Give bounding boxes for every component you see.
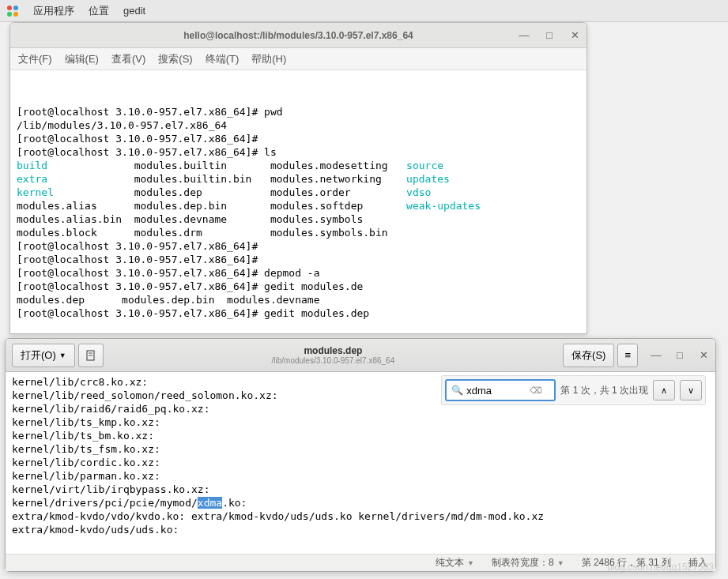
terminal-menu-search[interactable]: 搜索(S) [158, 52, 192, 66]
svg-point-0 [7, 6, 12, 10]
status-tabwidth[interactable]: 制表符宽度：8 ▼ [492, 556, 564, 570]
svg-point-1 [13, 6, 18, 10]
menu-places[interactable]: 位置 [89, 4, 109, 18]
save-button[interactable]: 保存(S) [563, 344, 614, 367]
menu-applications[interactable]: 应用程序 [33, 4, 74, 18]
search-prev-button[interactable]: ∧ [653, 380, 675, 400]
minimize-button[interactable]: — [519, 30, 530, 41]
chevron-down-icon: ∨ [688, 385, 694, 396]
search-status: 第 1 次，共 1 次出现 [560, 384, 648, 397]
gedit-headerbar: 打开(O) ▼ modules.dep /lib/modules/3.10.0-… [6, 339, 715, 372]
open-button[interactable]: 打开(O) ▼ [12, 344, 75, 367]
svg-point-3 [13, 12, 18, 17]
terminal-body[interactable]: [root@localhost 3.10.0-957.el7.x86_64]# … [10, 70, 587, 333]
terminal-title: hello@localhost:/lib/modules/3.10.0-957.… [183, 30, 413, 41]
search-input[interactable] [466, 385, 530, 397]
status-language[interactable]: 纯文本 ▼ [436, 556, 474, 570]
terminal-window: hello@localhost:/lib/modules/3.10.0-957.… [9, 22, 587, 334]
search-next-button[interactable]: ∨ [680, 380, 702, 400]
save-button-label: 保存(S) [571, 348, 605, 363]
apps-icon [6, 5, 19, 17]
terminal-menu-help[interactable]: 帮助(H) [251, 52, 286, 66]
svg-point-2 [7, 12, 12, 17]
chevron-up-icon: ∧ [661, 385, 667, 396]
gedit-title-area: modules.dep /lib/modules/3.10.0-957.el7.… [104, 345, 563, 365]
gedit-title: modules.dep [104, 345, 563, 356]
new-document-icon [85, 350, 96, 361]
terminal-menu-view[interactable]: 查看(V) [111, 52, 145, 66]
terminal-menu-file[interactable]: 文件(F) [18, 52, 52, 66]
desktop-menubar: 应用程序 位置 gedit [0, 0, 728, 22]
search-icon: 🔍 [451, 385, 463, 396]
chevron-down-icon: ▼ [59, 352, 66, 359]
terminal-menu-edit[interactable]: 编辑(E) [65, 52, 99, 66]
gedit-subtitle: /lib/modules/3.10.0-957.el7.x86_64 [104, 356, 563, 365]
hamburger-menu-button[interactable]: ≡ [617, 344, 638, 367]
gedit-window: 打开(O) ▼ modules.dep /lib/modules/3.10.0-… [5, 338, 716, 572]
terminal-menu-terminal[interactable]: 终端(T) [206, 52, 240, 66]
close-button[interactable]: ✕ [569, 30, 580, 41]
dropdown-icon: ▼ [557, 559, 564, 567]
maximize-button[interactable]: □ [544, 30, 555, 41]
gedit-close-button[interactable]: ✕ [698, 350, 709, 361]
menu-active-app[interactable]: gedit [123, 5, 145, 17]
gedit-minimize-button[interactable]: — [651, 350, 662, 361]
terminal-window-controls: — □ ✕ [519, 30, 580, 41]
gedit-maximize-button[interactable]: □ [674, 350, 685, 361]
clear-search-icon[interactable]: ⌫ [530, 385, 542, 396]
open-button-label: 打开(O) [21, 348, 56, 363]
hamburger-icon: ≡ [624, 349, 631, 361]
search-input-wrapper: 🔍 ⌫ [445, 379, 556, 401]
terminal-menubar: 文件(F) 编辑(E) 查看(V) 搜索(S) 终端(T) 帮助(H) [10, 48, 587, 70]
watermark: blog.csdn.net/qq1527503 [607, 562, 714, 573]
new-tab-button[interactable] [78, 344, 104, 367]
search-bar: 🔍 ⌫ 第 1 次，共 1 次出现 ∧ ∨ [441, 375, 706, 405]
dropdown-icon: ▼ [467, 559, 474, 567]
terminal-titlebar: hello@localhost:/lib/modules/3.10.0-957.… [10, 23, 587, 48]
